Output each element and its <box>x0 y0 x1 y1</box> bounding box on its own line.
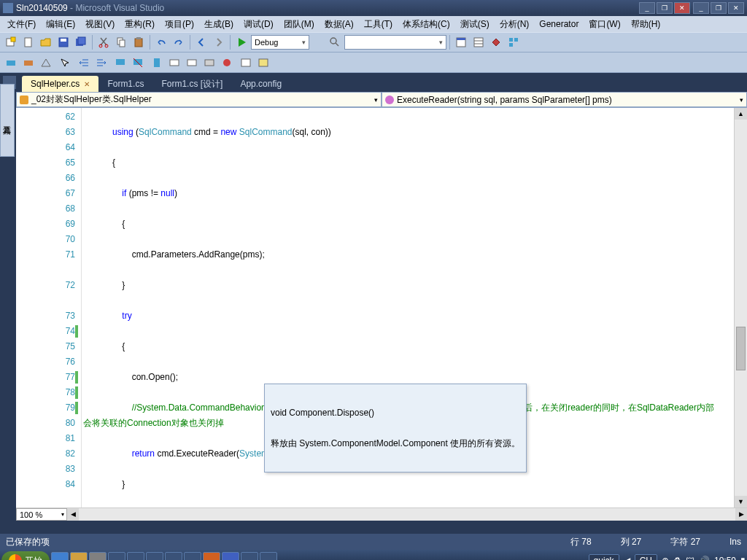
scroll-up-button[interactable]: ▲ <box>735 108 747 120</box>
save-all-button[interactable] <box>73 34 89 50</box>
document-tab[interactable]: SqlHelper.cs✕ <box>22 76 98 92</box>
redo-button[interactable] <box>171 34 187 50</box>
menu-item[interactable]: 团队(M) <box>279 17 319 32</box>
nav-member-dropdown[interactable]: ExecuteReader(string sql, params SqlPara… <box>382 92 747 107</box>
toolbox-button[interactable] <box>488 34 504 50</box>
taskbar-app-8[interactable] <box>184 552 201 560</box>
restore-button[interactable]: ❐ <box>657 2 673 14</box>
taskbar-app-5[interactable] <box>127 552 144 560</box>
doc-restore-button[interactable]: ❐ <box>711 2 727 14</box>
tb2-btn-3[interactable] <box>38 55 54 71</box>
find-dropdown[interactable] <box>344 35 446 50</box>
tray-quick[interactable]: quick <box>589 554 619 560</box>
tb2-arrow-button[interactable] <box>57 55 73 71</box>
tb2-btn-11[interactable] <box>201 55 217 71</box>
tb2-btn-12[interactable] <box>219 55 235 71</box>
menu-item[interactable]: 文件(F) <box>3 17 40 32</box>
toolbox-well-tab[interactable]: 工具箱 <box>0 84 15 157</box>
code-area[interactable]: using (SqlCommand cmd = new SqlCommand(s… <box>82 108 734 508</box>
tb2-btn-10[interactable] <box>184 55 200 71</box>
taskbar-app-9[interactable] <box>203 552 220 560</box>
code-editor[interactable]: 6263646566676869707172737475767778798081… <box>16 108 747 508</box>
tray-clock[interactable]: 10:59 <box>714 556 736 560</box>
menu-item[interactable]: 项目(P) <box>160 17 198 32</box>
menu-item[interactable]: 测试(S) <box>456 17 494 32</box>
tb2-indent-in-button[interactable] <box>93 55 109 71</box>
zoom-dropdown[interactable]: 100 % <box>16 508 67 521</box>
new-project-button[interactable] <box>3 34 19 50</box>
taskbar-app-2[interactable] <box>70 552 88 560</box>
taskbar-app-6[interactable] <box>146 552 163 560</box>
nav-back-button[interactable] <box>193 34 209 50</box>
tb2-bookmark-button[interactable] <box>149 55 165 71</box>
tray-icon-1[interactable]: ⊕ <box>662 556 669 560</box>
scroll-right-button[interactable]: ▶ <box>735 508 747 521</box>
scroll-thumb[interactable] <box>736 327 746 370</box>
nav-fwd-button[interactable] <box>211 34 227 50</box>
taskbar-app-1[interactable] <box>51 552 69 560</box>
properties-button[interactable] <box>471 34 487 50</box>
scroll-down-button[interactable]: ▼ <box>735 496 747 508</box>
menu-item[interactable]: 数据(A) <box>320 17 358 32</box>
menu-item[interactable]: 体系结构(C) <box>398 17 454 32</box>
menu-item[interactable]: 工具(T) <box>360 17 397 32</box>
doc-minimize-button[interactable]: _ <box>693 2 709 14</box>
start-button[interactable]: 开始 <box>1 551 50 560</box>
tray-show-desktop[interactable]: ▮ <box>740 556 746 560</box>
tray-icon-4[interactable]: 🔊 <box>699 556 710 560</box>
menu-item[interactable]: 重构(R) <box>120 17 159 32</box>
minimize-button[interactable]: _ <box>639 2 655 14</box>
new-file-button[interactable] <box>20 34 36 50</box>
tb2-indent-out-button[interactable] <box>76 55 92 71</box>
class-view-button[interactable] <box>506 34 522 50</box>
find-button[interactable] <box>327 34 343 50</box>
taskbar-app-3[interactable] <box>89 552 107 560</box>
document-tab[interactable]: Form1.cs [设计] <box>152 76 231 92</box>
vertical-scrollbar[interactable]: ▲ ▼ <box>734 108 747 508</box>
scroll-left-button[interactable]: ◀ <box>67 508 79 521</box>
menu-item[interactable]: 调试(D) <box>239 17 278 32</box>
solution-explorer-button[interactable] <box>453 34 469 50</box>
line-number: 75 <box>16 339 75 354</box>
menu-item[interactable]: 分析(N) <box>495 17 534 32</box>
tb2-comment-button[interactable] <box>112 55 128 71</box>
document-tab[interactable]: Form1.cs <box>98 76 152 92</box>
start-debug-button[interactable] <box>233 34 249 50</box>
menu-item[interactable]: 窗口(W) <box>584 17 624 32</box>
tray-ime[interactable]: CH <box>635 554 657 560</box>
taskbar-app-12[interactable] <box>260 552 277 560</box>
taskbar-app-11[interactable] <box>241 552 258 560</box>
tb2-btn-14[interactable] <box>255 55 271 71</box>
nav-class-dropdown[interactable]: _02封装SqlHelper类.SqlHelper <box>16 92 382 107</box>
tray-icon-3[interactable]: 🛡 <box>686 556 694 560</box>
line-number: 80 <box>16 416 75 431</box>
menu-item[interactable]: 视图(V) <box>81 17 119 32</box>
open-button[interactable] <box>38 34 54 50</box>
menu-item[interactable]: 编辑(E) <box>42 17 80 32</box>
tb2-uncomment-button[interactable] <box>130 55 146 71</box>
cut-button[interactable] <box>96 34 112 50</box>
doc-close-button[interactable]: ✕ <box>728 2 744 14</box>
copy-button[interactable] <box>113 34 129 50</box>
taskbar-app-7[interactable] <box>165 552 182 560</box>
horizontal-scrollbar[interactable]: ◀ ▶ <box>67 508 747 521</box>
menu-item[interactable]: Generator <box>535 18 583 31</box>
menu-item[interactable]: 帮助(H) <box>627 17 665 32</box>
tb2-btn-9[interactable] <box>166 55 182 71</box>
config-dropdown[interactable]: Debug <box>251 35 309 50</box>
save-button[interactable] <box>55 34 71 50</box>
menu-item[interactable]: 生成(B) <box>200 17 238 32</box>
undo-button[interactable] <box>153 34 169 50</box>
tab-close-icon[interactable]: ✕ <box>84 80 90 88</box>
paste-button[interactable] <box>131 34 147 50</box>
line-number: 79 <box>16 400 75 416</box>
close-button[interactable]: ✕ <box>674 2 690 14</box>
tb2-btn-1[interactable] <box>3 55 19 71</box>
tb2-btn-13[interactable] <box>238 55 254 71</box>
document-tab[interactable]: App.config <box>231 76 290 92</box>
tb2-btn-2[interactable] <box>20 55 36 71</box>
taskbar-app-4[interactable] <box>108 552 125 560</box>
taskbar-app-10[interactable] <box>222 552 239 560</box>
tray-arrow-icon[interactable]: ◀ <box>624 556 630 560</box>
tray-icon-2[interactable]: ♻ <box>673 556 681 560</box>
